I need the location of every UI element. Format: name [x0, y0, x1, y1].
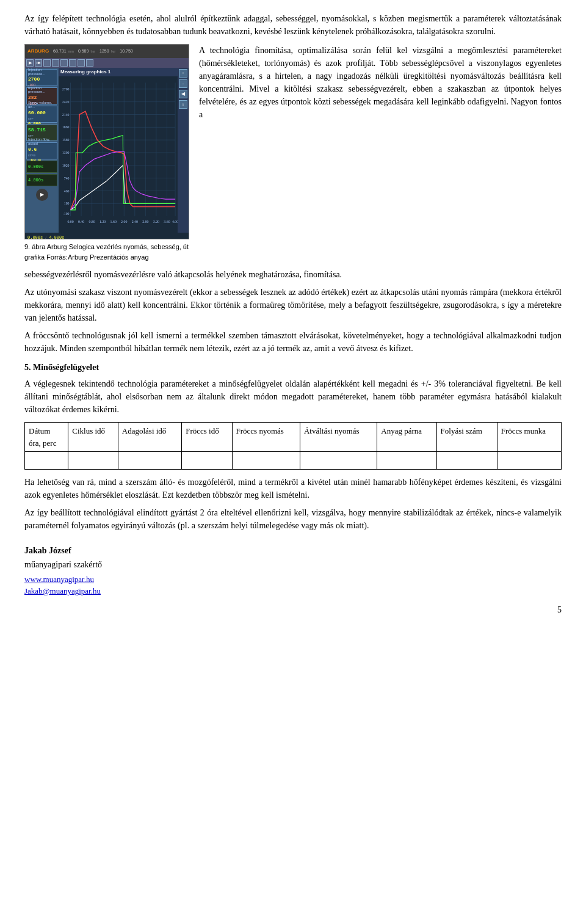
svg-text:1300: 1300	[62, 151, 70, 155]
col-header-3: Adagolási idő	[118, 423, 181, 452]
right-icons-panel: + - ◀ i	[178, 68, 189, 233]
param-value-4: 58.715	[28, 126, 56, 134]
col-header-1: Dátumóra, perc	[25, 423, 68, 452]
data-table: Dátumóra, perc Ciklus idő Adagolási idő …	[24, 422, 562, 470]
toolbar-btn-5[interactable]	[60, 59, 68, 67]
chart-area: Measuring graphics 1	[59, 68, 178, 233]
figure-caption: 9. ábra Arburg Selogica vezérlés nyomás,…	[24, 242, 189, 262]
play-button[interactable]: ▶	[36, 189, 48, 201]
col-header-9: Fröccs munka	[497, 423, 561, 452]
body-paragraph-5: Ha lehetőség van rá, mind a szerszám áll…	[24, 476, 562, 501]
col-header-6: Átváltási nyomás	[300, 423, 377, 452]
section-heading-5: 5. Minőségfelügyelet	[24, 361, 562, 374]
empty-cell	[497, 452, 561, 470]
top-value-3: 1250	[99, 48, 109, 55]
svg-text:0.80: 0.80	[89, 219, 95, 223]
param-value-1: 2700	[28, 76, 56, 83]
svg-text:4.00: 4.00	[172, 219, 178, 223]
machine-screenshot: ARBURG 68.731 mm 0.589 bar 1250 bar 10.7…	[24, 44, 189, 239]
author-link-email[interactable]: Jakab@muanyagipar.hu	[24, 585, 562, 597]
svg-text:2140: 2140	[62, 112, 70, 116]
page-number: 5	[24, 603, 562, 616]
section-number: 5.	[24, 363, 31, 372]
param-value-5a: 0.6	[28, 146, 56, 153]
footer-area: Jakab József műanyagipari szakértő www.m…	[24, 544, 562, 597]
author-link-website[interactable]: www.muanyagipar.hu	[24, 573, 562, 586]
param-row-5: Injection flow, actual 0.6 cm³/s -60.0	[26, 142, 57, 159]
col-header-8: Folyási szám	[436, 423, 497, 452]
bottom-sep: /	[45, 235, 46, 239]
svg-text:1580: 1580	[62, 138, 70, 142]
toolbar-btn-4[interactable]	[52, 59, 59, 67]
empty-cell	[118, 452, 181, 470]
svg-text:0.40: 0.40	[78, 219, 84, 223]
icon-minus[interactable]: -	[179, 79, 187, 88]
body-paragraph-4: A véglegesnek tekintendő technológia par…	[24, 377, 562, 416]
bottom-val-1: 0.000s	[27, 235, 43, 239]
svg-text:1020: 1020	[62, 164, 70, 167]
bottom-nav: 0.000s / 4.000s	[25, 233, 189, 239]
top-value-4: 10.750	[120, 48, 132, 55]
empty-cell	[68, 452, 118, 470]
top-value-1: 68.731	[53, 48, 66, 55]
param-value-2a: 282	[28, 94, 56, 101]
body-paragraph-3: A fröccsöntő technológusnak jól kell ism…	[24, 329, 562, 355]
svg-text:1.20: 1.20	[99, 219, 106, 223]
toolbar-btn-2[interactable]: ⏮	[35, 59, 42, 67]
toolbar-btn-3[interactable]	[43, 59, 51, 67]
table-empty-row-1	[25, 452, 562, 470]
top-unit-1: mm	[68, 49, 74, 54]
toolbar-btn-7[interactable]	[78, 59, 85, 67]
param-label-2: Injection pressure...	[28, 86, 56, 94]
top-unit-2: bar	[90, 49, 95, 54]
page-content: Az így felépített technológia esetén, ah…	[24, 12, 562, 616]
param-unit-5: cm³/s	[28, 153, 56, 158]
svg-text:460: 460	[64, 189, 70, 192]
svg-text:2.40: 2.40	[132, 219, 138, 223]
time-display: 0.000s	[26, 161, 57, 173]
body-paragraph-2: Az utónyomási szakasz viszont nyomásvezé…	[24, 286, 562, 324]
param-row-3: Screw volume, ac... 60.000 cm³ 0.000	[26, 106, 57, 123]
param-row-1: Injection pressure... 2700 -100	[26, 69, 57, 86]
param-label-1: Injection pressure...	[28, 68, 56, 76]
toolbar-btn-6[interactable]	[69, 59, 76, 67]
right-text-area: A technológia finomítása, optimalizálása…	[199, 44, 562, 262]
svg-text:2700: 2700	[62, 87, 70, 91]
svg-text:1860: 1860	[62, 125, 70, 129]
section-title: Minőségfelügyelet	[33, 363, 99, 372]
svg-text:3.60: 3.60	[164, 219, 170, 223]
body-paragraph-1: sebességvezérlésről nyomásvezérlésre val…	[24, 268, 562, 281]
icon-arrow[interactable]: ◀	[179, 90, 187, 98]
toolbar-row: ▶ ⏮	[25, 58, 189, 68]
arburg-logo: ARBURG	[27, 48, 49, 55]
param-label-5: Injection flow, actual	[28, 137, 56, 145]
svg-text:1.60: 1.60	[110, 219, 117, 223]
chart-svg: 2700 2420 2140 1860 1580 1300 1020 740 4…	[59, 76, 178, 229]
icon-info[interactable]: i	[179, 100, 187, 109]
machine-top-bar: ARBURG 68.731 mm 0.589 bar 1250 bar 10.7…	[25, 45, 189, 58]
svg-text:-100: -100	[63, 212, 70, 216]
intro-paragraph: Az így felépített technológia esetén, ah…	[24, 12, 562, 38]
bottom-val-2: 4.000s	[49, 235, 64, 239]
left-param-panel: Injection pressure... 2700 -100 Injectio…	[25, 68, 59, 233]
icon-zoom[interactable]: +	[179, 69, 187, 78]
content-block: ARBURG 68.731 mm 0.589 bar 1250 bar 10.7…	[24, 44, 562, 262]
table-header-row: Dátumóra, perc Ciklus idő Adagolási idő …	[25, 423, 562, 452]
toolbar-btn-8[interactable]	[86, 59, 93, 67]
col-header-5: Fröccs nyomás	[232, 423, 300, 452]
svg-text:2420: 2420	[62, 100, 70, 104]
time-display-2: 4.000s	[26, 174, 57, 186]
svg-text:3.20: 3.20	[153, 219, 159, 223]
empty-cell	[436, 452, 497, 470]
chart-title: Measuring graphics 1	[59, 68, 178, 76]
col-header-7: Anyag párna	[377, 423, 436, 452]
author-title: műanyagipari szakértő	[24, 558, 562, 571]
toolbar-btn-1[interactable]: ▶	[26, 59, 34, 67]
param-label-3: Screw volume, ac...	[28, 101, 56, 109]
empty-cell	[232, 452, 300, 470]
col-header-2: Ciklus idő	[68, 423, 118, 452]
svg-text:2.80: 2.80	[142, 219, 148, 223]
param-unit-3: cm³	[28, 117, 56, 122]
svg-text:0.00: 0.00	[67, 219, 73, 223]
param-value-3: 60.000	[28, 109, 56, 117]
